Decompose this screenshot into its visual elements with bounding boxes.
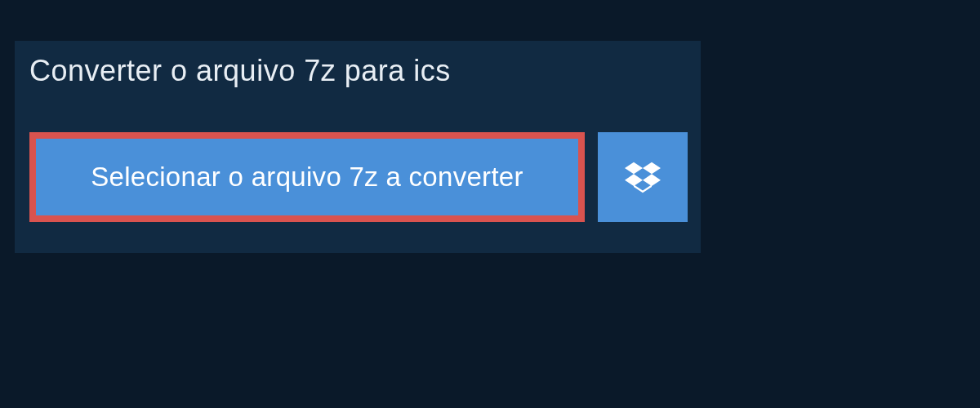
converter-panel: Converter o arquivo 7z para ics Selecion… [15, 41, 701, 253]
dropbox-button[interactable] [598, 132, 688, 222]
select-file-button[interactable]: Selecionar o arquivo 7z a converter [29, 132, 585, 222]
select-file-button-label: Selecionar o arquivo 7z a converter [91, 162, 523, 193]
panel-body: Selecionar o arquivo 7z a converter [15, 101, 701, 253]
dropbox-icon [625, 159, 661, 195]
button-row: Selecionar o arquivo 7z a converter [29, 132, 686, 222]
panel-title: Converter o arquivo 7z para ics [15, 41, 475, 101]
